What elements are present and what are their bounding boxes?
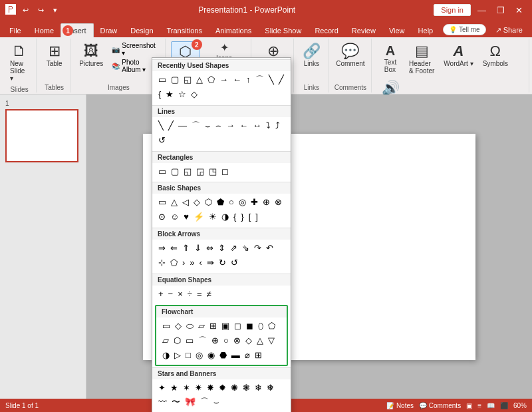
star-8[interactable]: ✸ [205,381,216,395]
eq-plus[interactable]: + [156,288,166,302]
new-slide-button[interactable]: 🗋 NewSlide ▾ [6,41,33,85]
ba-curve-r[interactable]: ↷ [252,242,263,256]
basic-circle2[interactable]: ◎ [237,196,248,210]
line-double[interactable]: ↔ [251,119,263,133]
fc-decision[interactable]: ◇ [173,319,184,333]
eq-minus[interactable]: − [166,288,176,302]
star-32[interactable]: ❅ [265,381,276,395]
basic-target[interactable]: ⊙ [156,210,168,224]
line-straight[interactable]: ╲ [156,119,166,133]
quick-access-redo[interactable]: ↪ [35,5,47,16]
basic-cross[interactable]: ✚ [249,196,260,210]
star-7[interactable]: ✷ [193,381,204,395]
fc-sequential[interactable]: □ [184,349,193,363]
basic-times[interactable]: ⊗ [273,196,284,210]
ba-circular[interactable]: ↻ [217,256,228,270]
basic-brace1[interactable]: { [231,210,238,224]
ba-quad[interactable]: ⊹ [156,256,168,270]
banner-wave2[interactable]: 〜 [170,395,182,409]
ba-dr[interactable]: ⇗ [228,242,239,256]
view-reading[interactable]: 📖 [487,402,495,409]
basic-brace2[interactable]: } [239,210,245,224]
banner-ribbon[interactable]: 🎀 [183,395,198,409]
rect-plain[interactable]: ▭ [156,165,168,179]
banner-wave1[interactable]: 〰 [156,395,169,409]
fc-terminator[interactable]: ⬯ [256,319,265,333]
shape-rect[interactable]: ▭ [156,73,168,87]
fc-term[interactable]: ⬭ [184,319,196,333]
basic-bracket1[interactable]: [ [247,210,253,224]
line-bent[interactable]: ⤵ [264,119,273,133]
basic-rtri[interactable]: ◁ [180,196,191,210]
tab-animations[interactable]: Animations [209,24,258,37]
ba-striped[interactable]: ⇛ [205,256,216,270]
fc-card[interactable]: ▭ [184,334,196,348]
share-button[interactable]: ↗ Share [489,23,529,37]
shape-line[interactable]: ╲ [267,73,276,87]
fc-prep[interactable]: ⬠ [266,319,277,333]
basic-oct[interactable]: ⬟ [215,196,226,210]
line-elbow[interactable]: ⤴ [273,119,282,133]
star-10[interactable]: ✹ [217,381,228,395]
fc-delay[interactable]: ▷ [172,349,183,363]
eq-times[interactable]: × [176,288,185,302]
fc-collate[interactable]: ⊗ [231,334,243,348]
rect-snip1[interactable]: ◱ [182,165,194,179]
star-24[interactable]: ❄ [253,381,264,395]
ba-pentagon[interactable]: ⬠ [168,256,180,270]
fc-multidoc[interactable]: ◼ [244,319,255,333]
ba-notch[interactable]: ‹ [198,256,204,270]
screenshot-button[interactable]: 📷 Screenshot ▾ [110,41,160,57]
basic-circle[interactable]: ○ [227,196,236,210]
symbols-button[interactable]: Ω Symbols [479,41,512,70]
fc-or[interactable]: ○ [221,334,231,348]
line-h[interactable]: — [176,119,189,133]
ba-lr[interactable]: ⇔ [204,242,215,256]
tab-draw[interactable]: Draw [94,24,124,37]
eq-noteq[interactable]: ≠ [205,288,213,302]
fc-offpage[interactable]: ⬡ [172,334,183,348]
shape-line2[interactable]: ╱ [277,73,286,87]
ba-curve-l[interactable]: ↶ [264,242,275,256]
quick-access-more[interactable]: ▾ [51,5,60,16]
basic-heart[interactable]: ♥ [182,210,191,224]
quick-access-undo[interactable]: ↩ [20,5,31,16]
tab-transitions[interactable]: Transitions [160,24,209,37]
ba-chevron[interactable]: › [180,256,187,270]
fc-data[interactable]: ▱ [196,319,207,333]
fc-tape[interactable]: ⌒ [196,334,209,348]
ba-right[interactable]: ⇒ [156,242,168,256]
shape-diamond[interactable]: ◇ [189,88,200,102]
shape-pentagon[interactable]: ⬠ [205,73,217,87]
comments-btn[interactable]: 💬 Comments [419,402,461,409]
rect-round[interactable]: ▢ [169,165,181,179]
view-outline[interactable]: ≡ [477,402,481,409]
star-5[interactable]: ★ [168,381,180,395]
fc-manual2[interactable]: ▬ [229,349,242,363]
rect-snip4[interactable]: ◻ [219,165,231,179]
ba-chevron2[interactable]: » [188,256,196,270]
shape-brace[interactable]: { [156,88,163,102]
ba-ud[interactable]: ⇕ [216,242,227,256]
line-angle[interactable]: ╱ [166,119,176,133]
line-arrow-l[interactable]: ← [237,119,250,133]
rect-snip3[interactable]: ◳ [207,165,219,179]
basic-moon[interactable]: ◑ [219,210,231,224]
shape-arrow-r[interactable]: → [217,73,230,87]
notes-btn[interactable]: 📝 Notes [386,402,414,409]
tell-me-box[interactable]: 💡 Tell me [443,24,486,35]
textbox-button[interactable]: A TextBox [377,41,404,76]
fc-manual[interactable]: ▱ [160,334,171,348]
basic-bolt[interactable]: ⚡ [192,210,206,224]
fc-predefined[interactable]: ⊞ [207,319,219,333]
fc-crossfunc[interactable]: ⊞ [253,349,264,363]
star-16[interactable]: ❃ [241,381,252,395]
fc-internal[interactable]: ▣ [219,319,231,333]
fc-storeddata[interactable]: ◑ [160,349,172,363]
banner-down[interactable]: ⌣ [211,395,221,409]
line-curve2[interactable]: ⌣ [203,119,213,133]
links-button[interactable]: 🔗 Links [298,41,325,70]
basic-bracket2[interactable]: ] [253,210,260,224]
basic-dia[interactable]: ◇ [192,196,202,210]
shape-star[interactable]: ★ [164,88,176,102]
